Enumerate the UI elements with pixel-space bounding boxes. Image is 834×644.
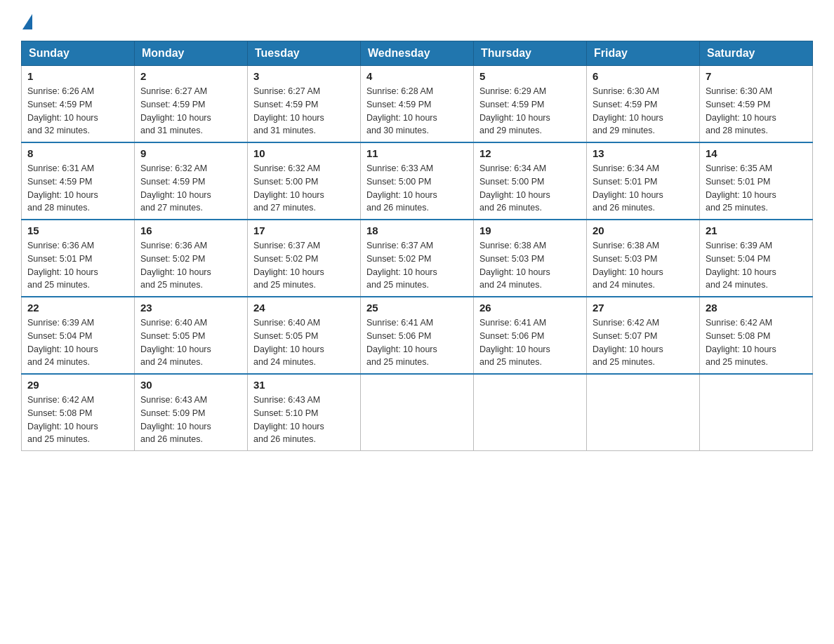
day-info: Sunrise: 6:42 AMSunset: 5:08 PMDaylight:… bbox=[27, 395, 98, 444]
calendar-cell: 21 Sunrise: 6:39 AMSunset: 5:04 PMDaylig… bbox=[700, 220, 813, 297]
day-info: Sunrise: 6:31 AMSunset: 4:59 PMDaylight:… bbox=[27, 163, 98, 213]
calendar-header-sunday: Sunday bbox=[22, 41, 135, 66]
day-number: 19 bbox=[479, 224, 581, 236]
week-row-4: 22 Sunrise: 6:39 AMSunset: 5:04 PMDaylig… bbox=[22, 297, 813, 374]
calendar-cell: 16 Sunrise: 6:36 AMSunset: 5:02 PMDaylig… bbox=[135, 220, 248, 297]
day-info: Sunrise: 6:39 AMSunset: 5:04 PMDaylight:… bbox=[706, 241, 776, 290]
calendar-cell: 5 Sunrise: 6:29 AMSunset: 4:59 PMDayligh… bbox=[474, 66, 587, 143]
day-info: Sunrise: 6:38 AMSunset: 5:03 PMDaylight:… bbox=[593, 241, 663, 290]
calendar-header-thursday: Thursday bbox=[474, 41, 587, 66]
day-info: Sunrise: 6:42 AMSunset: 5:08 PMDaylight:… bbox=[706, 318, 776, 367]
day-number: 15 bbox=[27, 224, 128, 236]
calendar-cell: 7 Sunrise: 6:30 AMSunset: 4:59 PMDayligh… bbox=[700, 66, 813, 143]
day-number: 11 bbox=[366, 147, 468, 159]
day-info: Sunrise: 6:29 AMSunset: 4:59 PMDaylight:… bbox=[479, 86, 550, 135]
day-number: 2 bbox=[140, 70, 241, 82]
calendar-cell: 22 Sunrise: 6:39 AMSunset: 5:04 PMDaylig… bbox=[22, 297, 135, 374]
calendar-cell bbox=[474, 374, 587, 451]
calendar-cell: 2 Sunrise: 6:27 AMSunset: 4:59 PMDayligh… bbox=[135, 66, 248, 143]
day-info: Sunrise: 6:37 AMSunset: 5:02 PMDaylight:… bbox=[366, 241, 437, 290]
calendar-cell: 14 Sunrise: 6:35 AMSunset: 5:01 PMDaylig… bbox=[700, 142, 813, 220]
calendar-cell bbox=[700, 374, 813, 451]
day-info: Sunrise: 6:42 AMSunset: 5:07 PMDaylight:… bbox=[593, 318, 663, 367]
day-number: 13 bbox=[593, 147, 694, 159]
day-number: 14 bbox=[706, 147, 807, 159]
calendar-cell: 12 Sunrise: 6:34 AMSunset: 5:00 PMDaylig… bbox=[474, 142, 587, 220]
calendar-cell: 3 Sunrise: 6:27 AMSunset: 4:59 PMDayligh… bbox=[248, 66, 361, 143]
calendar-cell: 9 Sunrise: 6:32 AMSunset: 4:59 PMDayligh… bbox=[135, 142, 248, 220]
calendar-cell: 13 Sunrise: 6:34 AMSunset: 5:01 PMDaylig… bbox=[587, 142, 700, 220]
day-number: 25 bbox=[366, 302, 468, 314]
page-header bbox=[21, 14, 813, 28]
calendar-cell: 18 Sunrise: 6:37 AMSunset: 5:02 PMDaylig… bbox=[361, 220, 474, 297]
logo-triangle-icon bbox=[22, 14, 32, 29]
logo bbox=[21, 14, 32, 28]
day-number: 21 bbox=[706, 224, 807, 236]
day-info: Sunrise: 6:35 AMSunset: 5:01 PMDaylight:… bbox=[706, 163, 776, 213]
calendar-table: SundayMondayTuesdayWednesdayThursdayFrid… bbox=[21, 41, 813, 451]
day-info: Sunrise: 6:30 AMSunset: 4:59 PMDaylight:… bbox=[706, 86, 776, 135]
day-info: Sunrise: 6:41 AMSunset: 5:06 PMDaylight:… bbox=[479, 318, 550, 367]
day-number: 24 bbox=[253, 302, 355, 314]
day-number: 29 bbox=[27, 379, 128, 391]
week-row-3: 15 Sunrise: 6:36 AMSunset: 5:01 PMDaylig… bbox=[22, 220, 813, 297]
calendar-cell: 31 Sunrise: 6:43 AMSunset: 5:10 PMDaylig… bbox=[248, 374, 361, 451]
calendar-cell: 26 Sunrise: 6:41 AMSunset: 5:06 PMDaylig… bbox=[474, 297, 587, 374]
day-info: Sunrise: 6:32 AMSunset: 5:00 PMDaylight:… bbox=[253, 163, 324, 213]
day-info: Sunrise: 6:26 AMSunset: 4:59 PMDaylight:… bbox=[27, 86, 98, 135]
day-info: Sunrise: 6:33 AMSunset: 5:00 PMDaylight:… bbox=[366, 163, 437, 213]
day-number: 23 bbox=[140, 302, 241, 314]
calendar-cell: 24 Sunrise: 6:40 AMSunset: 5:05 PMDaylig… bbox=[248, 297, 361, 374]
day-info: Sunrise: 6:38 AMSunset: 5:03 PMDaylight:… bbox=[479, 241, 550, 290]
day-info: Sunrise: 6:37 AMSunset: 5:02 PMDaylight:… bbox=[253, 241, 324, 290]
day-number: 20 bbox=[593, 224, 694, 236]
calendar-cell: 27 Sunrise: 6:42 AMSunset: 5:07 PMDaylig… bbox=[587, 297, 700, 374]
day-number: 17 bbox=[253, 224, 355, 236]
day-number: 4 bbox=[366, 70, 468, 82]
calendar-cell: 8 Sunrise: 6:31 AMSunset: 4:59 PMDayligh… bbox=[22, 142, 135, 220]
day-info: Sunrise: 6:34 AMSunset: 5:00 PMDaylight:… bbox=[479, 163, 550, 213]
day-number: 12 bbox=[479, 147, 581, 159]
day-number: 9 bbox=[140, 147, 241, 159]
calendar-cell: 10 Sunrise: 6:32 AMSunset: 5:00 PMDaylig… bbox=[248, 142, 361, 220]
day-number: 7 bbox=[706, 70, 807, 82]
calendar-cell: 17 Sunrise: 6:37 AMSunset: 5:02 PMDaylig… bbox=[248, 220, 361, 297]
calendar-header-saturday: Saturday bbox=[700, 41, 813, 66]
calendar-cell: 23 Sunrise: 6:40 AMSunset: 5:05 PMDaylig… bbox=[135, 297, 248, 374]
calendar-cell: 25 Sunrise: 6:41 AMSunset: 5:06 PMDaylig… bbox=[361, 297, 474, 374]
day-number: 27 bbox=[593, 302, 694, 314]
day-info: Sunrise: 6:30 AMSunset: 4:59 PMDaylight:… bbox=[593, 86, 663, 135]
day-number: 31 bbox=[253, 379, 355, 391]
calendar-cell bbox=[361, 374, 474, 451]
day-info: Sunrise: 6:36 AMSunset: 5:02 PMDaylight:… bbox=[140, 241, 211, 290]
day-number: 6 bbox=[593, 70, 694, 82]
calendar-cell: 15 Sunrise: 6:36 AMSunset: 5:01 PMDaylig… bbox=[22, 220, 135, 297]
calendar-header-monday: Monday bbox=[135, 41, 248, 66]
week-row-1: 1 Sunrise: 6:26 AMSunset: 4:59 PMDayligh… bbox=[22, 66, 813, 143]
day-number: 8 bbox=[27, 147, 128, 159]
calendar-cell: 20 Sunrise: 6:38 AMSunset: 5:03 PMDaylig… bbox=[587, 220, 700, 297]
day-number: 18 bbox=[366, 224, 468, 236]
day-number: 5 bbox=[479, 70, 581, 82]
calendar-header-row: SundayMondayTuesdayWednesdayThursdayFrid… bbox=[22, 41, 813, 66]
calendar-cell: 30 Sunrise: 6:43 AMSunset: 5:09 PMDaylig… bbox=[135, 374, 248, 451]
day-info: Sunrise: 6:43 AMSunset: 5:09 PMDaylight:… bbox=[140, 395, 211, 444]
calendar-cell: 29 Sunrise: 6:42 AMSunset: 5:08 PMDaylig… bbox=[22, 374, 135, 451]
day-number: 26 bbox=[479, 302, 581, 314]
day-number: 28 bbox=[706, 302, 807, 314]
calendar-header-friday: Friday bbox=[587, 41, 700, 66]
day-info: Sunrise: 6:43 AMSunset: 5:10 PMDaylight:… bbox=[253, 395, 324, 444]
week-row-5: 29 Sunrise: 6:42 AMSunset: 5:08 PMDaylig… bbox=[22, 374, 813, 451]
calendar-cell: 11 Sunrise: 6:33 AMSunset: 5:00 PMDaylig… bbox=[361, 142, 474, 220]
calendar-header-tuesday: Tuesday bbox=[248, 41, 361, 66]
day-number: 16 bbox=[140, 224, 241, 236]
day-number: 30 bbox=[140, 379, 241, 391]
calendar-cell: 19 Sunrise: 6:38 AMSunset: 5:03 PMDaylig… bbox=[474, 220, 587, 297]
day-number: 10 bbox=[253, 147, 355, 159]
day-number: 1 bbox=[27, 70, 128, 82]
calendar-cell bbox=[587, 374, 700, 451]
day-info: Sunrise: 6:41 AMSunset: 5:06 PMDaylight:… bbox=[366, 318, 437, 367]
calendar-header-wednesday: Wednesday bbox=[361, 41, 474, 66]
day-number: 22 bbox=[27, 302, 128, 314]
week-row-2: 8 Sunrise: 6:31 AMSunset: 4:59 PMDayligh… bbox=[22, 142, 813, 220]
